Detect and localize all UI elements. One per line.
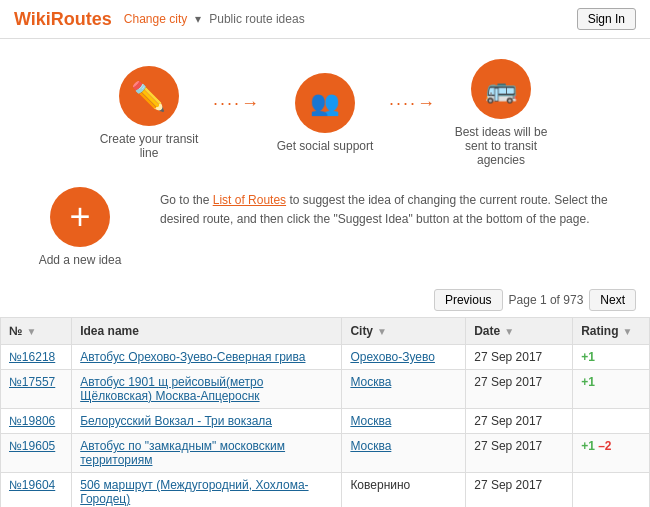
- previous-button[interactable]: Previous: [434, 289, 503, 311]
- cell-name: 506 маршрут (Междугородний, Хохлома-Горо…: [72, 473, 342, 508]
- header-separator: ▾: [195, 12, 201, 26]
- idea-name-link[interactable]: Автобус Орехово-Зуево-Северная грива: [80, 350, 305, 364]
- logo: WikiRoutes: [14, 9, 112, 30]
- step-transit: 🚌 Best ideas will be sent to transit age…: [441, 59, 561, 167]
- step-social: 👥 Get social support: [265, 73, 385, 153]
- idea-name-link[interactable]: Белорусский Вокзал - Три вокзала: [80, 414, 272, 428]
- add-idea-icon[interactable]: +: [50, 187, 110, 247]
- cell-date: 27 Sep 2017: [466, 409, 573, 434]
- cell-date: 27 Sep 2017: [466, 345, 573, 370]
- step-create: ✏️ Create your transit line: [89, 66, 209, 160]
- ideas-table: №▼ Idea name City▼ Date▼ Rating▼ №16218А…: [0, 317, 650, 507]
- cell-no: №16218: [1, 345, 72, 370]
- cell-date: 27 Sep 2017: [466, 370, 573, 409]
- col-header-rating[interactable]: Rating▼: [573, 318, 650, 345]
- sort-rating-icon: ▼: [622, 326, 632, 337]
- cell-rating: [573, 473, 650, 508]
- table-row: №16218Автобус Орехово-Зуево-Северная гри…: [1, 345, 650, 370]
- idea-name-link[interactable]: 506 маршрут (Междугородний, Хохлома-Горо…: [80, 478, 308, 506]
- city-link[interactable]: Москва: [350, 375, 391, 389]
- arrow-1: ····→: [213, 93, 261, 114]
- cell-name: Автобус Орехово-Зуево-Северная грива: [72, 345, 342, 370]
- sign-in-button[interactable]: Sign In: [577, 8, 636, 30]
- table-row: №19604506 маршрут (Междугородний, Хохлом…: [1, 473, 650, 508]
- col-header-city[interactable]: City▼: [342, 318, 466, 345]
- step-create-label: Create your transit line: [94, 132, 204, 160]
- page-info: Page 1 of 973: [509, 293, 584, 307]
- cell-city: Ковернино: [342, 473, 466, 508]
- cell-no: №19806: [1, 409, 72, 434]
- arrow-2: ····→: [389, 93, 437, 114]
- step-create-icon: ✏️: [119, 66, 179, 126]
- step-transit-label: Best ideas will be sent to transit agenc…: [446, 125, 556, 167]
- sort-city-icon: ▼: [377, 326, 387, 337]
- cell-name: Автобус 1901 щ рейсовый(метро Щёлковская…: [72, 370, 342, 409]
- col-header-no[interactable]: №▼: [1, 318, 72, 345]
- table-header-row: №▼ Idea name City▼ Date▼ Rating▼: [1, 318, 650, 345]
- sort-no-icon: ▼: [26, 326, 36, 337]
- steps-section: ✏️ Create your transit line ····→ 👥 Get …: [0, 39, 650, 177]
- pagination-bar: Previous Page 1 of 973 Next: [0, 283, 650, 317]
- rating-negative: –2: [595, 439, 612, 453]
- idea-id-link[interactable]: №17557: [9, 375, 55, 389]
- logo-routes: Routes: [51, 9, 112, 29]
- cell-rating: +1 –2: [573, 434, 650, 473]
- table-row: №17557Автобус 1901 щ рейсовый(метро Щёлк…: [1, 370, 650, 409]
- cell-city: Орехово-Зуево: [342, 345, 466, 370]
- cell-no: №19605: [1, 434, 72, 473]
- cell-rating: +1: [573, 370, 650, 409]
- cell-city: Москва: [342, 434, 466, 473]
- info-section: + Add a new idea Go to the List of Route…: [0, 177, 650, 283]
- header-links: Change city ▾ Public route ideas: [124, 12, 305, 26]
- info-text: Go to the List of Routes to suggest the …: [160, 187, 630, 229]
- cell-city: Москва: [342, 370, 466, 409]
- add-idea: + Add a new idea: [20, 187, 140, 267]
- step-social-icon: 👥: [295, 73, 355, 133]
- sort-date-icon: ▼: [504, 326, 514, 337]
- col-header-date[interactable]: Date▼: [466, 318, 573, 345]
- cell-date: 27 Sep 2017: [466, 434, 573, 473]
- cell-date: 27 Sep 2017: [466, 473, 573, 508]
- add-idea-label: Add a new idea: [39, 253, 122, 267]
- idea-id-link[interactable]: №16218: [9, 350, 55, 364]
- cell-rating: +1: [573, 345, 650, 370]
- rating-positive: +1: [581, 350, 595, 364]
- rating-positive: +1: [581, 439, 595, 453]
- next-button[interactable]: Next: [589, 289, 636, 311]
- idea-id-link[interactable]: №19806: [9, 414, 55, 428]
- city-link[interactable]: Москва: [350, 439, 391, 453]
- info-before-link: Go to the: [160, 193, 213, 207]
- table-row: №19806Белорусский Вокзал - Три вокзалаМо…: [1, 409, 650, 434]
- cell-no: №17557: [1, 370, 72, 409]
- city-link[interactable]: Орехово-Зуево: [350, 350, 435, 364]
- list-of-routes-link[interactable]: List of Routes: [213, 193, 286, 207]
- header-route-ideas: Public route ideas: [209, 12, 304, 26]
- cell-city: Москва: [342, 409, 466, 434]
- idea-name-link[interactable]: Автобус по "замкадным" московским террит…: [80, 439, 285, 467]
- step-social-label: Get social support: [277, 139, 374, 153]
- logo-wiki: Wiki: [14, 9, 51, 29]
- rating-positive: +1: [581, 375, 595, 389]
- idea-name-link[interactable]: Автобус 1901 щ рейсовый(метро Щёлковская…: [80, 375, 263, 403]
- idea-id-link[interactable]: №19605: [9, 439, 55, 453]
- cell-no: №19604: [1, 473, 72, 508]
- cell-rating: [573, 409, 650, 434]
- table-row: №19605Автобус по "замкадным" московским …: [1, 434, 650, 473]
- step-transit-icon: 🚌: [471, 59, 531, 119]
- idea-id-link[interactable]: №19604: [9, 478, 55, 492]
- city-link[interactable]: Москва: [350, 414, 391, 428]
- cell-name: Автобус по "замкадным" московским террит…: [72, 434, 342, 473]
- cell-name: Белорусский Вокзал - Три вокзала: [72, 409, 342, 434]
- header: WikiRoutes Change city ▾ Public route id…: [0, 0, 650, 39]
- col-header-name[interactable]: Idea name: [72, 318, 342, 345]
- header-left: WikiRoutes Change city ▾ Public route id…: [14, 9, 305, 30]
- change-city-link[interactable]: Change city: [124, 12, 187, 26]
